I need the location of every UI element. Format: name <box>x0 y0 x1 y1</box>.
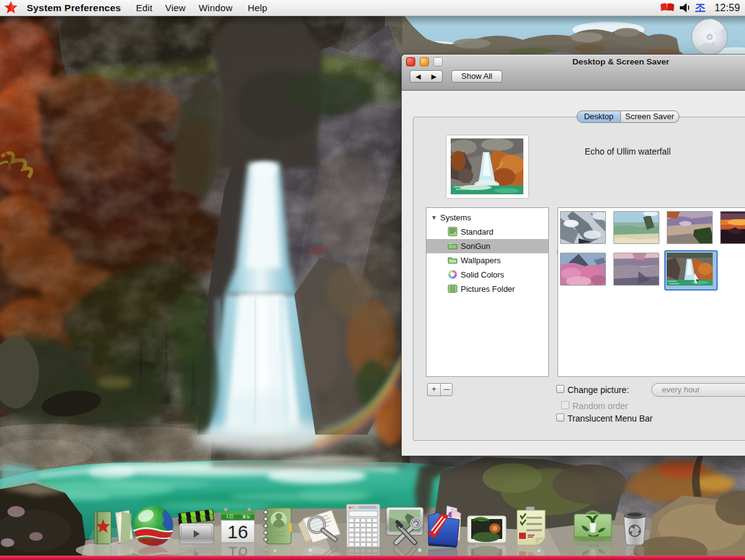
svg-text:1인: 1인 <box>226 513 233 519</box>
svg-text:16: 16 <box>227 522 248 542</box>
svg-text:월일: 월일 <box>242 514 250 518</box>
